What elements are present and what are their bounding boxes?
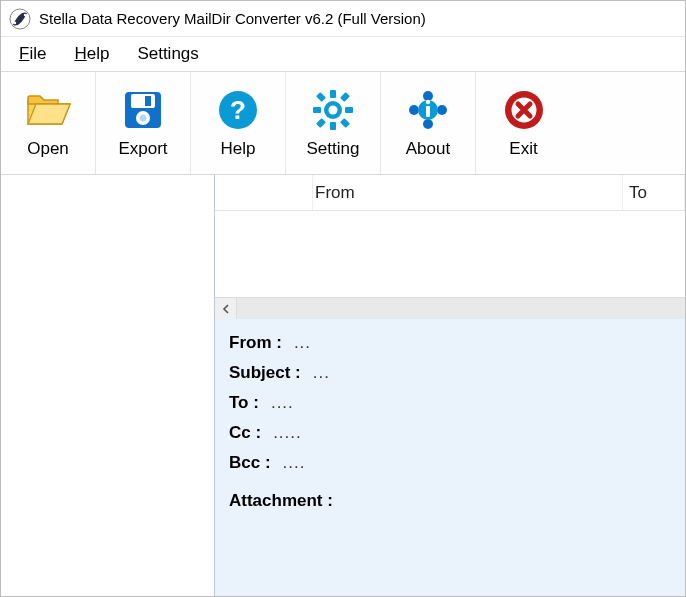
folder-tree[interactable] [1, 175, 215, 596]
svg-rect-4 [131, 94, 155, 108]
folder-open-icon [24, 87, 72, 133]
help-label: Help [221, 139, 256, 159]
subject-value: ... [313, 363, 330, 383]
right-pane: From To From :... Subject :... To :.... … [215, 175, 685, 596]
svg-point-20 [423, 91, 433, 101]
message-grid: From To [215, 175, 685, 319]
info-icon [404, 87, 452, 133]
svg-rect-18 [340, 118, 350, 128]
help-icon: ? [214, 87, 262, 133]
grid-col-checkbox[interactable] [215, 175, 313, 210]
grid-header: From To [215, 175, 685, 211]
svg-point-7 [140, 115, 147, 122]
export-label: Export [118, 139, 167, 159]
open-label: Open [27, 139, 69, 159]
menu-help[interactable]: Help [74, 44, 109, 64]
bcc-label: Bcc : [229, 453, 271, 473]
menubar: File Help Settings [1, 37, 685, 71]
svg-point-26 [426, 100, 430, 104]
setting-label: Setting [307, 139, 360, 159]
exit-button[interactable]: Exit [476, 72, 571, 174]
scroll-track[interactable] [237, 298, 685, 319]
svg-rect-13 [313, 107, 321, 113]
svg-rect-14 [345, 107, 353, 113]
help-button[interactable]: ? Help [191, 72, 286, 174]
setting-button[interactable]: Setting [286, 72, 381, 174]
svg-rect-16 [340, 92, 350, 102]
window-title: Stella Data Recovery MailDir Converter v… [39, 10, 426, 27]
svg-rect-17 [316, 118, 326, 128]
subject-label: Subject : [229, 363, 301, 383]
svg-rect-12 [330, 122, 336, 130]
cc-label: Cc : [229, 423, 261, 443]
about-button[interactable]: About [381, 72, 476, 174]
svg-point-21 [423, 119, 433, 129]
grid-hscrollbar[interactable] [215, 297, 685, 319]
export-button[interactable]: Export [96, 72, 191, 174]
svg-point-19 [329, 106, 338, 115]
from-label: From : [229, 333, 282, 353]
to-value: .... [271, 393, 294, 413]
gear-icon [309, 87, 357, 133]
svg-point-23 [437, 105, 447, 115]
svg-point-1 [14, 21, 16, 23]
bcc-value: .... [283, 453, 306, 473]
grid-col-from[interactable]: From [313, 175, 623, 210]
svg-rect-15 [316, 92, 326, 102]
svg-rect-11 [330, 90, 336, 98]
exit-label: Exit [509, 139, 537, 159]
menu-settings[interactable]: Settings [137, 44, 198, 64]
from-value: ... [294, 333, 311, 353]
titlebar: Stella Data Recovery MailDir Converter v… [1, 1, 685, 37]
svg-point-22 [409, 105, 419, 115]
open-button[interactable]: Open [1, 72, 96, 174]
cc-value: ..... [273, 423, 302, 443]
svg-text:?: ? [230, 95, 246, 125]
svg-point-2 [24, 13, 26, 15]
menu-file[interactable]: File [19, 44, 46, 64]
save-icon [119, 87, 167, 133]
scroll-left-icon[interactable] [215, 298, 237, 319]
grid-body[interactable] [215, 211, 685, 297]
to-label: To : [229, 393, 259, 413]
close-icon [500, 87, 548, 133]
message-details: From :... Subject :... To :.... Cc :....… [215, 319, 685, 596]
app-icon [9, 8, 31, 30]
content-area: From To From :... Subject :... To :.... … [1, 175, 685, 596]
app-window: Stella Data Recovery MailDir Converter v… [0, 0, 686, 597]
toolbar: Open Export ? Help [1, 71, 685, 175]
svg-rect-5 [145, 96, 151, 106]
grid-col-to[interactable]: To [623, 175, 685, 210]
svg-rect-25 [426, 106, 430, 117]
attachment-label: Attachment : [229, 491, 333, 511]
about-label: About [406, 139, 450, 159]
